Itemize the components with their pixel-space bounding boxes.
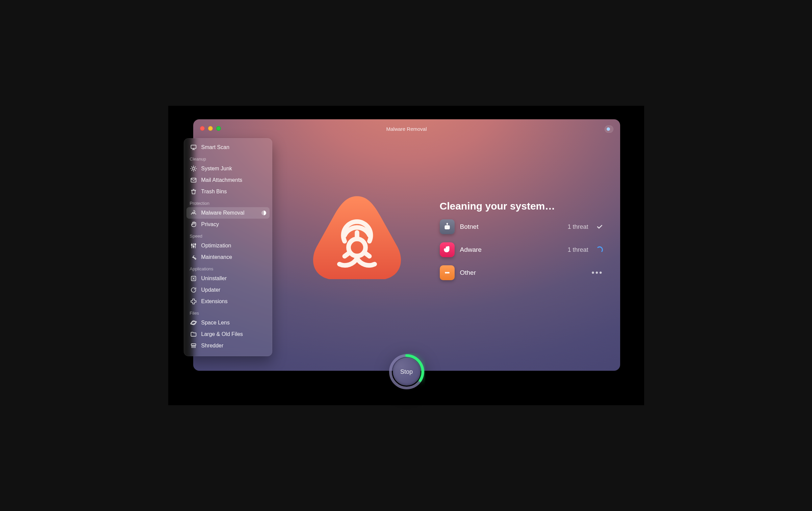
threat-name: Adware <box>460 246 482 253</box>
app-window: Malware Removal Smart Scan Cleanup Syste… <box>193 119 620 371</box>
threat-list: Botnet 1 threat Adware 1 threat <box>440 219 603 280</box>
progress-badge-icon <box>261 211 266 215</box>
sidebar-item-label: Maintenance <box>201 254 232 260</box>
sidebar-item-shredder[interactable]: Shredder <box>186 340 270 351</box>
svg-point-9 <box>190 321 197 325</box>
sidebar-item-label: Extensions <box>201 298 228 305</box>
botnet-icon <box>440 219 455 234</box>
sidebar-item-label: Shredder <box>201 343 224 349</box>
svg-rect-10 <box>191 344 196 345</box>
envelope-icon <box>190 176 197 184</box>
sidebar-section-title: Protection <box>186 197 270 207</box>
page-title: Malware Removal <box>193 126 620 132</box>
svg-point-14 <box>447 226 448 227</box>
sidebar-section-title: Speed <box>186 230 270 240</box>
assistant-dot-icon <box>607 127 610 131</box>
shredder-icon <box>190 342 197 349</box>
svg-point-17 <box>447 272 448 273</box>
svg-point-1 <box>192 168 195 170</box>
gear-sparkle-icon <box>190 165 197 172</box>
sidebar-item-space-lens[interactable]: Space Lens <box>186 317 270 328</box>
sidebar-section-title: Cleanup <box>186 153 270 163</box>
sidebar-item-label: System Junk <box>201 166 232 172</box>
other-icon <box>440 265 455 280</box>
threat-count: 1 threat <box>567 223 588 230</box>
svg-point-18 <box>448 272 449 273</box>
assistant-pill[interactable] <box>605 125 613 133</box>
sidebar-item-maintenance[interactable]: Maintenance <box>186 251 270 263</box>
sidebar-item-system-junk[interactable]: System Junk <box>186 163 270 174</box>
sidebar-item-uninstaller[interactable]: Uninstaller <box>186 273 270 284</box>
sidebar-item-label: Optimization <box>201 243 231 249</box>
svg-point-16 <box>445 272 446 273</box>
sidebar-item-label: Large & Old Files <box>201 331 243 337</box>
sidebar-item-smart-scan[interactable]: Smart Scan <box>186 142 270 153</box>
sliders-icon <box>190 242 197 249</box>
sidebar-section-title: Files <box>186 307 270 317</box>
sidebar-item-malware-removal[interactable]: Malware Removal <box>186 207 270 219</box>
threat-row-other: Other ••• <box>440 265 603 280</box>
svg-rect-0 <box>191 145 196 148</box>
svg-point-13 <box>446 226 447 227</box>
sidebar-item-label: Updater <box>201 287 221 293</box>
stop-label: Stop <box>393 358 421 386</box>
sidebar-item-privacy[interactable]: Privacy <box>186 219 270 230</box>
check-icon <box>596 223 603 230</box>
refresh-icon <box>190 286 197 294</box>
sidebar-item-extensions[interactable]: Extensions <box>186 296 270 307</box>
threat-count: 1 threat <box>567 246 588 253</box>
hero-biohazard-icon <box>308 190 406 288</box>
spinner-icon <box>596 246 603 253</box>
svg-point-15 <box>447 223 448 224</box>
sidebar-item-trash-bins[interactable]: Trash Bins <box>186 186 270 197</box>
sidebar-item-label: Privacy <box>201 221 219 227</box>
sidebar: Smart Scan Cleanup System Junk Mail Atta… <box>184 138 272 356</box>
stop-button[interactable]: Stop <box>388 353 425 390</box>
threat-row-adware: Adware 1 threat <box>440 242 603 257</box>
status-heading: Cleaning your system… <box>440 200 555 212</box>
pending-ellipsis-icon: ••• <box>591 268 603 277</box>
adware-icon <box>440 242 455 257</box>
display-icon <box>190 144 197 151</box>
sidebar-item-optimization[interactable]: Optimization <box>186 240 270 251</box>
hand-icon <box>190 221 197 228</box>
uninstall-icon <box>190 275 197 282</box>
sidebar-item-label: Smart Scan <box>201 144 230 150</box>
folder-icon <box>190 331 197 338</box>
sidebar-item-label: Malware Removal <box>201 210 245 216</box>
sidebar-item-label: Mail Attachments <box>201 177 243 183</box>
planet-icon <box>190 319 197 326</box>
puzzle-icon <box>190 298 197 305</box>
sidebar-section-title: Applications <box>186 263 270 273</box>
sidebar-item-updater[interactable]: Updater <box>186 284 270 296</box>
threat-name: Botnet <box>460 223 479 230</box>
sidebar-item-label: Space Lens <box>201 320 230 326</box>
threat-name: Other <box>460 269 476 276</box>
biohazard-icon <box>190 209 197 217</box>
sidebar-item-label: Trash Bins <box>201 189 227 195</box>
wrench-icon <box>190 253 197 261</box>
sidebar-item-large-old-files[interactable]: Large & Old Files <box>186 328 270 340</box>
sidebar-item-label: Uninstaller <box>201 275 227 282</box>
main-content: Cleaning your system… Botnet <box>295 160 607 350</box>
sidebar-item-mail-attachments[interactable]: Mail Attachments <box>186 174 270 186</box>
threat-row-botnet: Botnet 1 threat <box>440 219 603 234</box>
trash-icon <box>190 188 197 195</box>
